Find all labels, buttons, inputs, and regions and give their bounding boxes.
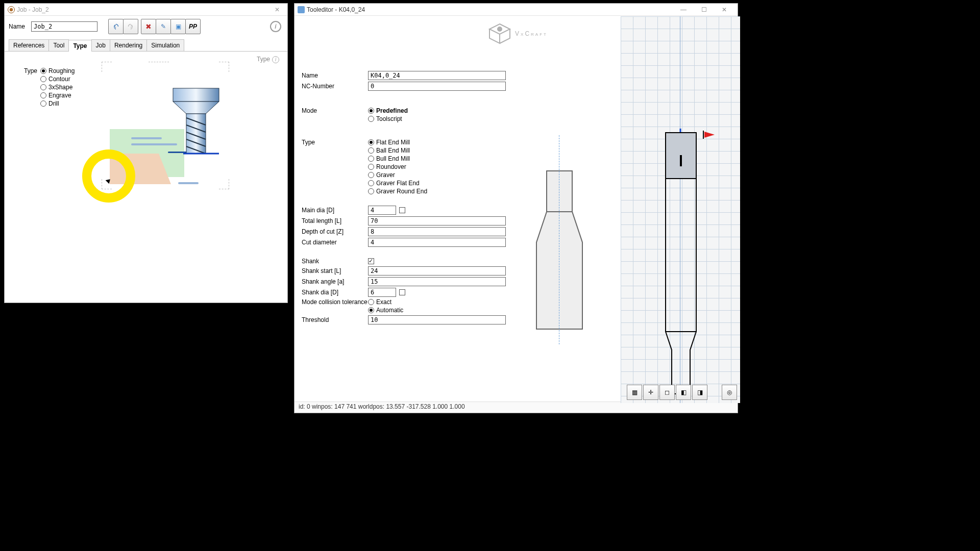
logo-cube-icon <box>484 22 515 45</box>
preview-button[interactable]: ▣ <box>170 19 186 34</box>
shank-angle-input[interactable] <box>368 277 506 286</box>
job-app-icon <box>8 6 15 13</box>
radio-dot-icon <box>368 180 374 186</box>
shank-checkbox[interactable] <box>368 258 374 264</box>
delete-tool-icon: ✖ <box>145 22 152 31</box>
tab-tool[interactable]: Tool <box>48 39 69 51</box>
svg-rect-0 <box>173 88 219 102</box>
tab-type[interactable]: Type <box>68 40 91 52</box>
status-bar: id: 0 winpos: 147 741 worldpos: 13.557 -… <box>295 402 738 413</box>
preview-icon: ▣ <box>176 23 181 30</box>
radio-bull-end-mill[interactable]: Bull End Mill <box>368 155 427 162</box>
tab-rendering[interactable]: Rendering <box>110 39 147 51</box>
job-titlebar[interactable]: Job - Job_2 ✕ <box>5 4 287 16</box>
axis-button[interactable]: ✛ <box>643 385 658 400</box>
main-dia-label: Main dia [D] <box>302 207 368 214</box>
radio-dot-icon <box>368 172 374 178</box>
job-window: Job - Job_2 ✕ Name ✖ ✎ ▣ PP i References… <box>4 3 288 303</box>
threshold-input[interactable] <box>368 315 506 324</box>
pp-button[interactable]: PP <box>185 19 201 34</box>
cut-diameter-label: Cut diameter <box>302 239 368 246</box>
radio-dot-icon <box>368 164 374 170</box>
pp-label: PP <box>189 23 197 30</box>
radio-roundover[interactable]: Roundover <box>368 163 427 170</box>
target-icon: ◎ <box>727 389 732 396</box>
radio-3xshape[interactable]: 3xShape <box>40 84 75 91</box>
undo-button[interactable] <box>108 19 124 34</box>
tab-simulation[interactable]: Simulation <box>146 39 184 51</box>
radio-dot-icon <box>368 299 374 305</box>
tooleditor-titlebar[interactable]: Tooleditor - K04,0_24 — ☐ ✕ <box>295 4 738 16</box>
radio-dot-icon <box>40 92 46 98</box>
svg-point-3 <box>498 27 502 31</box>
info-small-icon[interactable]: i <box>272 56 279 63</box>
svg-marker-7 <box>704 132 715 138</box>
mode-label: Mode <box>302 107 368 114</box>
minimize-icon[interactable]: — <box>673 4 694 15</box>
depth-of-cut-label: Depth of cut [Z] <box>302 228 368 235</box>
radio-toolscript[interactable]: Toolscript <box>368 115 408 122</box>
main-dia-lock-checkbox[interactable] <box>399 207 405 213</box>
cut-diameter-input[interactable] <box>368 238 506 247</box>
recenter-button[interactable]: ◎ <box>722 385 737 400</box>
tool-type-label: Type <box>302 139 368 146</box>
close-icon[interactable]: ✕ <box>714 4 734 15</box>
radio-automatic[interactable]: Automatic <box>368 307 403 314</box>
radio-graver[interactable]: Graver <box>368 171 427 179</box>
nc-number-input[interactable] <box>368 82 506 91</box>
view-iso2-button[interactable]: ◨ <box>692 385 707 400</box>
radio-ball-end-mill[interactable]: Ball End Mill <box>368 147 427 154</box>
radio-dot-icon <box>40 84 46 90</box>
highlight-circle-icon <box>82 149 135 203</box>
grid-snap-button[interactable]: ▦ <box>627 385 642 400</box>
job-name-label: Name <box>9 23 27 30</box>
radio-engrave[interactable]: Engrave <box>40 92 75 99</box>
shank-dia-lock-checkbox[interactable] <box>399 289 405 295</box>
shank-start-label: Shank start [L] <box>302 267 368 274</box>
delete-tool-button[interactable]: ✖ <box>141 19 156 34</box>
shank-start-input[interactable] <box>368 266 506 276</box>
name-input[interactable] <box>368 71 506 80</box>
edit-tool-button[interactable]: ✎ <box>156 19 171 34</box>
svg-rect-4 <box>547 171 572 212</box>
nc-number-label: NC-Number <box>302 83 368 90</box>
axis-icon: ✛ <box>648 389 653 396</box>
radio-dot-icon <box>368 307 374 313</box>
maximize-icon[interactable]: ☐ <box>694 4 714 15</box>
radio-graver-round[interactable]: Graver Round End <box>368 188 427 195</box>
endmill-icon <box>168 87 224 159</box>
radio-dot-icon <box>368 188 374 194</box>
shank-angle-label: Shank angle [a] <box>302 278 368 285</box>
job-name-input[interactable] <box>31 21 97 32</box>
tooleditor-app-icon <box>298 6 305 13</box>
view-front-button[interactable]: ◻ <box>659 385 675 400</box>
radio-flat-end-mill[interactable]: Flat End Mill <box>368 139 427 146</box>
collision-label: Mode collision tolerance <box>302 298 368 306</box>
tool-silhouette-icon <box>660 131 701 396</box>
radio-dot-icon <box>40 101 46 107</box>
view-iso1-button[interactable]: ◧ <box>676 385 691 400</box>
total-length-input[interactable] <box>368 216 506 226</box>
redo-button[interactable] <box>123 19 138 34</box>
radio-predefined[interactable]: Predefined <box>368 107 408 114</box>
main-dia-input[interactable] <box>368 206 396 215</box>
tab-references[interactable]: References <box>9 39 49 51</box>
radio-exact[interactable]: Exact <box>368 298 403 306</box>
view-toolbar: ▦ ✛ ◻ ◧ ◨ <box>627 385 707 400</box>
info-icon[interactable]: i <box>270 21 281 32</box>
shank-dia-input[interactable] <box>368 288 396 297</box>
radio-roughing[interactable]: Roughing <box>40 67 75 74</box>
radio-contour[interactable]: Contour <box>40 76 75 83</box>
radio-dot-icon <box>40 68 46 74</box>
radio-graver-flat[interactable]: Graver Flat End <box>368 180 427 187</box>
tool-preview-grid[interactable]: ▦ ✛ ◻ ◧ ◨ ◎ <box>621 16 740 403</box>
total-length-label: Total length [L] <box>302 217 368 224</box>
radio-dot-icon <box>368 147 374 154</box>
threshold-label: Threshold <box>302 316 368 323</box>
svg-rect-10 <box>666 179 696 332</box>
close-icon[interactable]: ✕ <box>270 6 284 13</box>
radio-drill[interactable]: Drill <box>40 100 75 107</box>
depth-of-cut-input[interactable] <box>368 227 506 236</box>
tab-job[interactable]: Job <box>91 39 110 51</box>
cube-iso2-icon: ◨ <box>697 389 703 396</box>
